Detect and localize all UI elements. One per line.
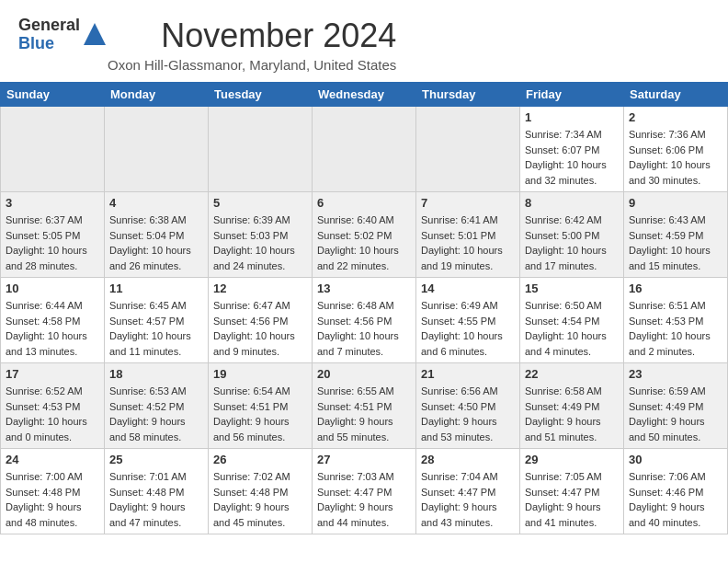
- day-number: 24: [6, 453, 99, 466]
- day-number: 21: [421, 367, 515, 381]
- day-info: Sunrise: 6:59 AM Sunset: 4:49 PM Dayligh…: [629, 384, 722, 444]
- day-info: Sunrise: 6:49 AM Sunset: 4:55 PM Dayligh…: [421, 298, 515, 359]
- day-number: 15: [525, 282, 619, 295]
- day-number: 6: [317, 196, 411, 210]
- day-cell: 25Sunrise: 7:01 AM Sunset: 4:48 PM Dayli…: [105, 449, 209, 534]
- day-cell: 4Sunrise: 6:38 AM Sunset: 5:04 PM Daylig…: [105, 192, 209, 278]
- day-cell: 19Sunrise: 6:54 AM Sunset: 4:51 PM Dayli…: [209, 363, 313, 449]
- day-number: 19: [213, 367, 307, 381]
- day-number: 12: [213, 282, 307, 295]
- day-info: Sunrise: 7:03 AM Sunset: 4:47 PM Dayligh…: [317, 469, 411, 530]
- day-info: Sunrise: 6:38 AM Sunset: 5:04 PM Dayligh…: [109, 213, 203, 273]
- day-cell: 5Sunrise: 6:39 AM Sunset: 5:03 PM Daylig…: [209, 192, 313, 278]
- day-number: 30: [629, 453, 722, 466]
- day-number: 11: [109, 282, 203, 295]
- day-info: Sunrise: 6:51 AM Sunset: 4:53 PM Dayligh…: [629, 298, 722, 359]
- day-cell: 26Sunrise: 7:02 AM Sunset: 4:48 PM Dayli…: [209, 449, 313, 534]
- week-row-2: 3Sunrise: 6:37 AM Sunset: 5:05 PM Daylig…: [1, 192, 728, 278]
- week-row-5: 24Sunrise: 7:00 AM Sunset: 4:48 PM Dayli…: [1, 449, 728, 534]
- week-row-4: 17Sunrise: 6:52 AM Sunset: 4:53 PM Dayli…: [1, 363, 728, 449]
- day-cell: 8Sunrise: 6:42 AM Sunset: 5:00 PM Daylig…: [520, 192, 624, 278]
- location: Oxon Hill-Glassmanor, Maryland, United S…: [108, 57, 396, 73]
- day-number: 5: [213, 196, 307, 210]
- day-number: 20: [317, 367, 411, 381]
- day-cell: 16Sunrise: 6:51 AM Sunset: 4:53 PM Dayli…: [624, 278, 728, 363]
- day-cell: 6Sunrise: 6:40 AM Sunset: 5:02 PM Daylig…: [313, 192, 416, 278]
- day-cell: [105, 107, 209, 192]
- page-header: General Blue November 2024 Oxon Hill-Gla…: [0, 0, 728, 82]
- day-info: Sunrise: 6:55 AM Sunset: 4:51 PM Dayligh…: [317, 384, 411, 444]
- day-number: 13: [317, 282, 411, 295]
- day-number: 4: [109, 196, 203, 210]
- day-cell: 21Sunrise: 6:56 AM Sunset: 4:50 PM Dayli…: [416, 363, 520, 449]
- day-number: 14: [421, 282, 515, 295]
- day-cell: 9Sunrise: 6:43 AM Sunset: 4:59 PM Daylig…: [624, 192, 728, 278]
- day-info: Sunrise: 6:54 AM Sunset: 4:51 PM Dayligh…: [213, 384, 307, 444]
- day-info: Sunrise: 7:00 AM Sunset: 4:48 PM Dayligh…: [6, 469, 99, 530]
- day-number: 8: [525, 196, 619, 210]
- day-cell: 10Sunrise: 6:44 AM Sunset: 4:58 PM Dayli…: [1, 278, 105, 363]
- weekday-header-thursday: Thursday: [416, 83, 520, 107]
- day-info: Sunrise: 7:36 AM Sunset: 6:06 PM Dayligh…: [629, 127, 722, 188]
- weekday-header-friday: Friday: [520, 83, 624, 107]
- day-cell: 3Sunrise: 6:37 AM Sunset: 5:05 PM Daylig…: [1, 192, 105, 278]
- day-info: Sunrise: 7:05 AM Sunset: 4:47 PM Dayligh…: [525, 469, 619, 530]
- day-cell: 23Sunrise: 6:59 AM Sunset: 4:49 PM Dayli…: [624, 363, 728, 449]
- day-cell: 14Sunrise: 6:49 AM Sunset: 4:55 PM Dayli…: [416, 278, 520, 363]
- day-info: Sunrise: 7:02 AM Sunset: 4:48 PM Dayligh…: [213, 469, 307, 530]
- day-cell: [1, 107, 105, 192]
- day-cell: [313, 107, 416, 192]
- day-cell: 22Sunrise: 6:58 AM Sunset: 4:49 PM Dayli…: [520, 363, 624, 449]
- day-cell: 30Sunrise: 7:06 AM Sunset: 4:46 PM Dayli…: [624, 449, 728, 534]
- day-info: Sunrise: 7:06 AM Sunset: 4:46 PM Dayligh…: [629, 469, 722, 530]
- day-number: 10: [6, 282, 99, 295]
- logo-text: General Blue: [18, 17, 80, 53]
- day-cell: 12Sunrise: 6:47 AM Sunset: 4:56 PM Dayli…: [209, 278, 313, 363]
- week-row-3: 10Sunrise: 6:44 AM Sunset: 4:58 PM Dayli…: [1, 278, 728, 363]
- day-info: Sunrise: 6:41 AM Sunset: 5:01 PM Dayligh…: [421, 213, 515, 273]
- day-cell: [416, 107, 520, 192]
- day-cell: 2Sunrise: 7:36 AM Sunset: 6:06 PM Daylig…: [624, 107, 728, 192]
- day-info: Sunrise: 6:48 AM Sunset: 4:56 PM Dayligh…: [317, 298, 411, 359]
- day-number: 23: [629, 367, 722, 381]
- day-number: 16: [629, 282, 722, 295]
- week-row-1: 1Sunrise: 7:34 AM Sunset: 6:07 PM Daylig…: [1, 107, 728, 192]
- day-number: 22: [525, 367, 619, 381]
- day-cell: 29Sunrise: 7:05 AM Sunset: 4:47 PM Dayli…: [520, 449, 624, 534]
- day-info: Sunrise: 6:44 AM Sunset: 4:58 PM Dayligh…: [6, 298, 99, 359]
- day-info: Sunrise: 6:47 AM Sunset: 4:56 PM Dayligh…: [213, 298, 307, 359]
- day-info: Sunrise: 6:53 AM Sunset: 4:52 PM Dayligh…: [109, 384, 203, 444]
- weekday-header-row: SundayMondayTuesdayWednesdayThursdayFrid…: [1, 83, 728, 107]
- day-cell: [209, 107, 313, 192]
- day-number: 27: [317, 453, 411, 466]
- day-number: 9: [629, 196, 722, 210]
- weekday-header-tuesday: Tuesday: [209, 83, 313, 107]
- logo-blue: Blue: [18, 35, 80, 53]
- day-info: Sunrise: 6:56 AM Sunset: 4:50 PM Dayligh…: [421, 384, 515, 444]
- day-cell: 11Sunrise: 6:45 AM Sunset: 4:57 PM Dayli…: [105, 278, 209, 363]
- day-cell: 17Sunrise: 6:52 AM Sunset: 4:53 PM Dayli…: [1, 363, 105, 449]
- day-info: Sunrise: 6:52 AM Sunset: 4:53 PM Dayligh…: [6, 384, 99, 444]
- day-info: Sunrise: 6:42 AM Sunset: 5:00 PM Dayligh…: [525, 213, 619, 273]
- day-number: 17: [6, 367, 99, 381]
- day-info: Sunrise: 6:58 AM Sunset: 4:49 PM Dayligh…: [525, 384, 619, 444]
- day-info: Sunrise: 7:01 AM Sunset: 4:48 PM Dayligh…: [109, 469, 203, 530]
- svg-marker-0: [84, 23, 106, 45]
- day-cell: 24Sunrise: 7:00 AM Sunset: 4:48 PM Dayli…: [1, 449, 105, 534]
- day-cell: 7Sunrise: 6:41 AM Sunset: 5:01 PM Daylig…: [416, 192, 520, 278]
- weekday-header-wednesday: Wednesday: [313, 83, 416, 107]
- day-info: Sunrise: 6:40 AM Sunset: 5:02 PM Dayligh…: [317, 213, 411, 273]
- day-cell: 28Sunrise: 7:04 AM Sunset: 4:47 PM Dayli…: [416, 449, 520, 534]
- weekday-header-monday: Monday: [105, 83, 209, 107]
- day-cell: 27Sunrise: 7:03 AM Sunset: 4:47 PM Dayli…: [313, 449, 416, 534]
- day-info: Sunrise: 7:04 AM Sunset: 4:47 PM Dayligh…: [421, 469, 515, 530]
- logo: General Blue: [18, 17, 108, 53]
- logo-icon: [82, 21, 108, 51]
- title-block: November 2024 Oxon Hill-Glassmanor, Mary…: [108, 17, 396, 73]
- day-info: Sunrise: 6:50 AM Sunset: 4:54 PM Dayligh…: [525, 298, 619, 359]
- weekday-header-sunday: Sunday: [1, 83, 105, 107]
- day-cell: 20Sunrise: 6:55 AM Sunset: 4:51 PM Dayli…: [313, 363, 416, 449]
- day-cell: 15Sunrise: 6:50 AM Sunset: 4:54 PM Dayli…: [520, 278, 624, 363]
- day-info: Sunrise: 7:34 AM Sunset: 6:07 PM Dayligh…: [525, 127, 619, 188]
- day-cell: 1Sunrise: 7:34 AM Sunset: 6:07 PM Daylig…: [520, 107, 624, 192]
